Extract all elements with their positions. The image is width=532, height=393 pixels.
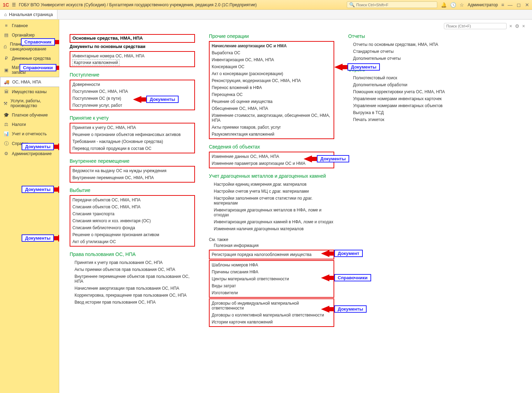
- link-prava-1[interactable]: Акты приемки объектов прав пользования О…: [75, 266, 195, 273]
- link-postup-os-transit[interactable]: Поступления ОС (в пути): [72, 95, 192, 102]
- link-prinyatie-os[interactable]: Принятия к учету ОС, НМА, НПА: [72, 124, 192, 131]
- app-logo-icon: 1C: [3, 2, 9, 8]
- section-header-main: Основные средства, НМА, НПА: [72, 35, 192, 41]
- link-peredachi[interactable]: Передачи объектов ОС, НМА, НПА: [72, 196, 192, 203]
- link-akt-kons[interactable]: Акт о консервации (расконсервации): [212, 70, 331, 77]
- global-search[interactable]: 🔍: [347, 1, 437, 8]
- link-poleznaya[interactable]: Полезная информация: [214, 242, 334, 249]
- link-postup-uslug[interactable]: Поступление услуг, работ: [72, 102, 192, 109]
- main-menu-icon[interactable]: ☰: [12, 2, 16, 7]
- link-dogovor-ind[interactable]: Договоры об индивидуальной материальной …: [212, 300, 331, 312]
- user-label[interactable]: Администратор: [468, 2, 498, 7]
- link-upr-kartochek[interactable]: Управление номерами инвентарных карточек: [353, 95, 446, 102]
- link-dragmet-5[interactable]: Изменения наличия драгоценных материалов: [214, 225, 334, 232]
- link-otchety-os[interactable]: Отчеты по основным средствам, НМА, НПА: [353, 41, 446, 48]
- link-vidy-zatrat[interactable]: Виды затрат: [212, 282, 331, 289]
- sidebar-item-education[interactable]: 🎓Платное обучение: [0, 110, 59, 120]
- link-pereocenka[interactable]: Переоценка ОС: [212, 91, 331, 98]
- sidebar-item-accounting[interactable]: 📊Учет и отчетность: [0, 129, 59, 138]
- sidebar-item-money[interactable]: ₽Денежные средства: [0, 54, 59, 63]
- link-konservaciya[interactable]: Консервация ОС: [212, 63, 331, 70]
- link-akty-priemki[interactable]: Акты приемки товаров, работ, услуг: [212, 124, 331, 131]
- sidebar-item-main[interactable]: ≡Главное: [0, 21, 59, 30]
- link-vedomosti[interactable]: Ведомости на выдачу ОС на нужды учрежден…: [72, 167, 192, 174]
- link-std-otchety[interactable]: Стандартные отчеты: [353, 48, 446, 55]
- link-pechat-etiketok[interactable]: Печать этикеток: [353, 116, 446, 123]
- settings-icon[interactable]: ⚙: [515, 23, 519, 29]
- link-shablony[interactable]: Шаблоны номеров НФА: [212, 262, 331, 268]
- link-dragmet-2[interactable]: Настройки заполнения отчетов статистики …: [214, 195, 334, 207]
- sidebar-item-organizer[interactable]: ▤Органайзер: [0, 30, 59, 40]
- link-perevod-prod[interactable]: Перевод готовой продукции в состав ОС: [72, 145, 192, 152]
- link-istorii-kart[interactable]: Истории карточек капвложений: [212, 319, 331, 326]
- link-prava-4[interactable]: Корректировка, прекращение прав пользова…: [75, 292, 195, 299]
- clear-icon[interactable]: ×: [509, 23, 512, 29]
- link-upr-obektov[interactable]: Управление номерами инвентарных объектов: [353, 102, 446, 109]
- close-icon[interactable]: ✕: [525, 2, 529, 8]
- sidebar-item-services[interactable]: ⚒Услуги, работы, производство: [0, 96, 59, 110]
- link-izmenenie-stoim[interactable]: Изменение стоимости, амортизации, обесце…: [212, 112, 331, 124]
- link-razukompl[interactable]: Разукомплектация капвложений: [212, 131, 331, 138]
- sidebar-item-admin[interactable]: ⚙Администрирование: [0, 149, 59, 158]
- link-izm-param-amort[interactable]: Изменение параметров амортизации ОС и НМ…: [212, 160, 331, 167]
- link-prava-2[interactable]: Внутреннее перемещение объектов прав пол…: [75, 273, 195, 285]
- link-inventarizaciya[interactable]: Инвентаризация ОС, НМА, НПА: [212, 56, 331, 63]
- link-doverennosti[interactable]: Доверенности: [72, 81, 192, 88]
- link-prava-0[interactable]: Принятия к учету прав пользования ОС, НП…: [75, 259, 195, 266]
- link-registraciya-nalog[interactable]: Регистрация порядка налогообложения имущ…: [212, 251, 331, 258]
- section-prinyatie: Принятие к учету: [70, 115, 195, 121]
- link-izm-dannyh[interactable]: Изменение данных ОС, НМА, НПА: [212, 153, 331, 160]
- sidebar-item-materials[interactable]: ▣Материальные запасы: [0, 63, 59, 77]
- link-dop-otchety[interactable]: Дополнительные отчеты: [353, 55, 446, 62]
- sidebar-item-references[interactable]: ⓘСправки: [0, 138, 59, 149]
- link-spisaniya-invent[interactable]: Списания мягкого и хоз. инвентаря (ОС): [72, 217, 192, 224]
- bell-icon[interactable]: 🔔: [441, 2, 447, 8]
- minimize-icon[interactable]: —: [508, 2, 513, 8]
- tools-icon: ⚒: [3, 101, 8, 106]
- link-dragmet-3[interactable]: Инвентаризация драгоценных металлов в НФ…: [214, 207, 334, 218]
- link-prava-5[interactable]: Ввод истории прав пользования ОС, НПА: [75, 299, 195, 306]
- link-pomoshnik[interactable]: Помощник корректировки учета ОС, НМА, НП…: [353, 88, 446, 95]
- link-postup-os[interactable]: Поступления ОС, НМА, НПА: [72, 88, 192, 95]
- tab-home[interactable]: ⌂ Начальная страница: [0, 10, 57, 19]
- link-spisaniya-transport[interactable]: Списания транспорта: [72, 210, 192, 217]
- link-reshenie-ocenka[interactable]: Решение об оценке имущества: [212, 98, 331, 105]
- link-dogovor-kol[interactable]: Договоры о коллективной материальной отв…: [212, 312, 331, 319]
- link-reshenie-prekr[interactable]: Решение о прекращении признания активом: [72, 231, 192, 238]
- link-dop-obrabotki[interactable]: Дополнительные обработки: [353, 81, 446, 88]
- sidebar-item-os-nma-npa[interactable]: 🚚ОС, НМА, НПА: [0, 77, 59, 87]
- link-prava-3[interactable]: Начисление амортизации прав пользования …: [75, 285, 195, 292]
- link-kapvlozheniya-cards[interactable]: Карточки капвложений: [72, 59, 119, 66]
- link-izgotoviteli[interactable]: Изготовители: [212, 289, 331, 296]
- link-centry[interactable]: Центры материальной ответственности: [212, 275, 331, 282]
- link-nachis-amort[interactable]: Начисление амортизации ОС и НМА: [212, 42, 331, 49]
- link-rekonstrukciya[interactable]: Реконструкция, модернизация ОС, НМА, НПА: [212, 77, 331, 84]
- link-fulltext[interactable]: Полнотекстовый поиск: [353, 74, 446, 81]
- sidebar-item-planning[interactable]: ⎙Планирование и санкционирование: [0, 40, 59, 54]
- history-icon[interactable]: 🕓: [450, 2, 456, 8]
- link-perenos-nfa[interactable]: Перенос вложений в НФА: [212, 84, 331, 91]
- link-spisaniya-os[interactable]: Списания объектов ОС, НМА, НПА: [72, 203, 192, 210]
- link-reshenie-nfa[interactable]: Решение о признании объектов нефинансовы…: [72, 131, 192, 138]
- link-vnutr-perem[interactable]: Внутренние перемещения ОС, НМА, НПА: [72, 174, 192, 181]
- sidebar-label: Имущество казны: [12, 89, 47, 94]
- close-panel-icon[interactable]: ×: [522, 23, 525, 29]
- star-icon[interactable]: ☆: [460, 2, 464, 8]
- link-vygruzka-tsd[interactable]: Выгрузка в ТСД: [353, 109, 446, 116]
- link-spisaniya-bibl[interactable]: Списания библиотечного фонда: [72, 224, 192, 231]
- sidebar-item-treasury[interactable]: 🏛Имущество казны: [0, 87, 59, 96]
- link-dragmet-0[interactable]: Настройки единиц измерения драг. материа…: [214, 181, 334, 188]
- link-obescenenie[interactable]: Обесценение ОС, НМА, НПА: [212, 105, 331, 112]
- maximize-icon[interactable]: ◻: [517, 2, 521, 8]
- link-akt-util[interactable]: Акт об утилизации ОС: [72, 238, 192, 245]
- content-search-input[interactable]: [444, 23, 507, 29]
- link-dragmet-1[interactable]: Настройки счетов учета МЦ с драг. матери…: [214, 188, 334, 195]
- link-trebovaniya[interactable]: Требования - накладные (Основные средств…: [72, 138, 192, 145]
- menu-icon[interactable]: ≡: [501, 2, 504, 8]
- link-prichiny[interactable]: Причины списания НФА: [212, 268, 331, 275]
- link-inventory-numbers[interactable]: Инвентарные номера ОС, НМА, НПА: [72, 53, 192, 59]
- global-search-input[interactable]: [356, 3, 435, 7]
- link-dragmet-4[interactable]: Инвентаризация драгоценных камней в НФА,…: [214, 218, 334, 225]
- link-vyrabotka[interactable]: Выработка ОС: [212, 49, 331, 56]
- sidebar-item-taxes[interactable]: ⚖Налоги: [0, 120, 59, 129]
